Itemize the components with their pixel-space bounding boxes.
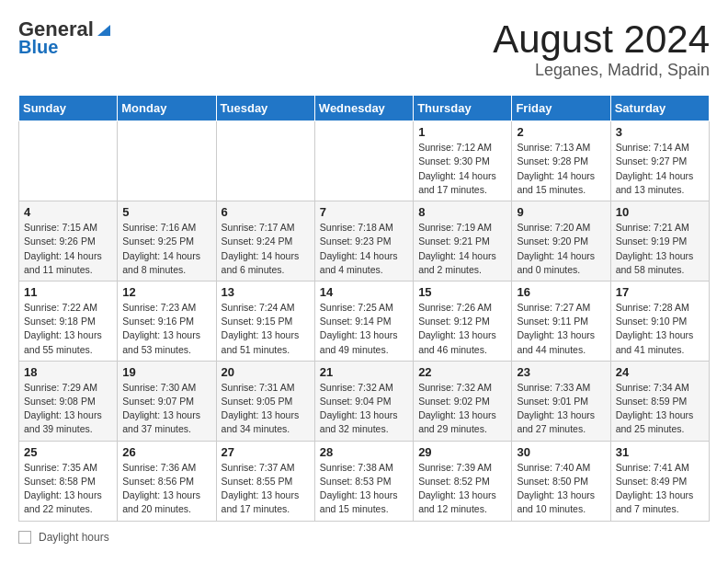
logo-text-blue: Blue bbox=[18, 37, 58, 57]
calendar-header-row: SundayMondayTuesdayWednesdayThursdayFrid… bbox=[19, 96, 710, 121]
calendar-week-row: 25Sunrise: 7:35 AMSunset: 8:58 PMDayligh… bbox=[19, 441, 710, 521]
svg-marker-0 bbox=[97, 25, 110, 36]
day-info: Sunrise: 7:39 AMSunset: 8:52 PMDaylight:… bbox=[418, 461, 506, 517]
day-info: Sunrise: 7:17 AMSunset: 9:24 PMDaylight:… bbox=[222, 221, 310, 277]
day-info: Sunrise: 7:32 AMSunset: 9:02 PMDaylight:… bbox=[418, 381, 506, 437]
calendar-cell: 4Sunrise: 7:15 AMSunset: 9:26 PMDaylight… bbox=[19, 201, 118, 282]
calendar-cell: 23Sunrise: 7:33 AMSunset: 9:01 PMDayligh… bbox=[512, 361, 610, 441]
calendar-cell bbox=[216, 121, 314, 201]
day-info: Sunrise: 7:27 AMSunset: 9:11 PMDaylight:… bbox=[517, 301, 605, 357]
calendar-cell: 31Sunrise: 7:41 AMSunset: 8:49 PMDayligh… bbox=[610, 441, 709, 521]
day-info: Sunrise: 7:36 AMSunset: 8:56 PMDaylight:… bbox=[122, 461, 210, 517]
day-number: 9 bbox=[517, 205, 605, 219]
day-of-week-header: Saturday bbox=[610, 96, 709, 121]
calendar-cell: 13Sunrise: 7:24 AMSunset: 9:15 PMDayligh… bbox=[216, 281, 314, 361]
calendar-cell: 30Sunrise: 7:40 AMSunset: 8:50 PMDayligh… bbox=[512, 441, 610, 521]
day-number: 4 bbox=[24, 205, 112, 219]
day-number: 10 bbox=[616, 205, 704, 219]
calendar-cell bbox=[19, 121, 118, 201]
calendar-week-row: 11Sunrise: 7:22 AMSunset: 9:18 PMDayligh… bbox=[19, 281, 710, 361]
day-info: Sunrise: 7:28 AMSunset: 9:10 PMDaylight:… bbox=[616, 301, 704, 357]
daylight-label: Daylight hours bbox=[39, 531, 109, 544]
subtitle: Leganes, Madrid, Spain bbox=[493, 61, 710, 80]
day-number: 28 bbox=[320, 445, 408, 459]
day-info: Sunrise: 7:15 AMSunset: 9:26 PMDaylight:… bbox=[24, 221, 112, 277]
day-number: 20 bbox=[222, 365, 310, 379]
day-info: Sunrise: 7:29 AMSunset: 9:08 PMDaylight:… bbox=[24, 381, 112, 437]
calendar-week-row: 18Sunrise: 7:29 AMSunset: 9:08 PMDayligh… bbox=[19, 361, 710, 441]
calendar-cell: 27Sunrise: 7:37 AMSunset: 8:55 PMDayligh… bbox=[216, 441, 314, 521]
day-of-week-header: Wednesday bbox=[314, 96, 413, 121]
calendar-cell: 18Sunrise: 7:29 AMSunset: 9:08 PMDayligh… bbox=[19, 361, 118, 441]
day-info: Sunrise: 7:32 AMSunset: 9:04 PMDaylight:… bbox=[320, 381, 408, 437]
calendar-week-row: 1Sunrise: 7:12 AMSunset: 9:30 PMDaylight… bbox=[19, 121, 710, 201]
day-info: Sunrise: 7:21 AMSunset: 9:19 PMDaylight:… bbox=[616, 221, 704, 277]
calendar-cell: 17Sunrise: 7:28 AMSunset: 9:10 PMDayligh… bbox=[610, 281, 709, 361]
calendar-cell: 26Sunrise: 7:36 AMSunset: 8:56 PMDayligh… bbox=[118, 441, 216, 521]
day-number: 18 bbox=[24, 365, 112, 379]
day-info: Sunrise: 7:20 AMSunset: 9:20 PMDaylight:… bbox=[517, 221, 605, 277]
footer: Daylight hours bbox=[18, 531, 710, 544]
day-number: 19 bbox=[122, 365, 210, 379]
day-number: 13 bbox=[222, 285, 310, 299]
day-info: Sunrise: 7:41 AMSunset: 8:49 PMDaylight:… bbox=[616, 461, 704, 517]
day-info: Sunrise: 7:12 AMSunset: 9:30 PMDaylight:… bbox=[418, 141, 506, 197]
day-number: 27 bbox=[222, 445, 310, 459]
day-info: Sunrise: 7:26 AMSunset: 9:12 PMDaylight:… bbox=[418, 301, 506, 357]
day-number: 5 bbox=[122, 205, 210, 219]
calendar-cell: 22Sunrise: 7:32 AMSunset: 9:02 PMDayligh… bbox=[414, 361, 512, 441]
calendar-cell: 19Sunrise: 7:30 AMSunset: 9:07 PMDayligh… bbox=[118, 361, 216, 441]
day-number: 22 bbox=[418, 365, 506, 379]
day-of-week-header: Thursday bbox=[414, 96, 512, 121]
day-info: Sunrise: 7:16 AMSunset: 9:25 PMDaylight:… bbox=[122, 221, 210, 277]
day-info: Sunrise: 7:31 AMSunset: 9:05 PMDaylight:… bbox=[222, 381, 310, 437]
calendar-cell: 8Sunrise: 7:19 AMSunset: 9:21 PMDaylight… bbox=[414, 201, 512, 282]
calendar-cell: 5Sunrise: 7:16 AMSunset: 9:25 PMDaylight… bbox=[118, 201, 216, 282]
logo-triangle-icon bbox=[96, 21, 112, 38]
calendar-cell: 28Sunrise: 7:38 AMSunset: 8:53 PMDayligh… bbox=[314, 441, 413, 521]
day-number: 24 bbox=[616, 365, 704, 379]
day-of-week-header: Monday bbox=[118, 96, 216, 121]
title-block: August 2024 Leganes, Madrid, Spain bbox=[493, 18, 710, 80]
calendar-cell: 6Sunrise: 7:17 AMSunset: 9:24 PMDaylight… bbox=[216, 201, 314, 282]
day-number: 15 bbox=[418, 285, 506, 299]
day-info: Sunrise: 7:34 AMSunset: 8:59 PMDaylight:… bbox=[616, 381, 704, 437]
daylight-box bbox=[18, 531, 31, 544]
calendar-cell: 12Sunrise: 7:23 AMSunset: 9:16 PMDayligh… bbox=[118, 281, 216, 361]
calendar-cell: 14Sunrise: 7:25 AMSunset: 9:14 PMDayligh… bbox=[314, 281, 413, 361]
calendar-cell: 1Sunrise: 7:12 AMSunset: 9:30 PMDaylight… bbox=[414, 121, 512, 201]
day-number: 14 bbox=[320, 285, 408, 299]
day-number: 30 bbox=[517, 445, 605, 459]
calendar-cell: 9Sunrise: 7:20 AMSunset: 9:20 PMDaylight… bbox=[512, 201, 610, 282]
day-info: Sunrise: 7:40 AMSunset: 8:50 PMDaylight:… bbox=[517, 461, 605, 517]
day-of-week-header: Tuesday bbox=[216, 96, 314, 121]
day-info: Sunrise: 7:25 AMSunset: 9:14 PMDaylight:… bbox=[320, 301, 408, 357]
day-number: 29 bbox=[418, 445, 506, 459]
logo: General Blue bbox=[18, 18, 112, 57]
main-title: August 2024 bbox=[493, 18, 710, 61]
calendar-cell: 21Sunrise: 7:32 AMSunset: 9:04 PMDayligh… bbox=[314, 361, 413, 441]
day-of-week-header: Friday bbox=[512, 96, 610, 121]
day-number: 7 bbox=[320, 205, 408, 219]
day-info: Sunrise: 7:24 AMSunset: 9:15 PMDaylight:… bbox=[222, 301, 310, 357]
day-info: Sunrise: 7:19 AMSunset: 9:21 PMDaylight:… bbox=[418, 221, 506, 277]
day-number: 3 bbox=[616, 125, 704, 139]
calendar-cell bbox=[118, 121, 216, 201]
calendar-cell: 16Sunrise: 7:27 AMSunset: 9:11 PMDayligh… bbox=[512, 281, 610, 361]
day-number: 23 bbox=[517, 365, 605, 379]
day-info: Sunrise: 7:18 AMSunset: 9:23 PMDaylight:… bbox=[320, 221, 408, 277]
day-number: 16 bbox=[517, 285, 605, 299]
day-info: Sunrise: 7:13 AMSunset: 9:28 PMDaylight:… bbox=[517, 141, 605, 197]
calendar-cell: 11Sunrise: 7:22 AMSunset: 9:18 PMDayligh… bbox=[19, 281, 118, 361]
day-number: 21 bbox=[320, 365, 408, 379]
day-number: 26 bbox=[122, 445, 210, 459]
calendar-cell: 7Sunrise: 7:18 AMSunset: 9:23 PMDaylight… bbox=[314, 201, 413, 282]
calendar-table: SundayMondayTuesdayWednesdayThursdayFrid… bbox=[18, 95, 710, 521]
calendar-cell: 15Sunrise: 7:26 AMSunset: 9:12 PMDayligh… bbox=[414, 281, 512, 361]
calendar-week-row: 4Sunrise: 7:15 AMSunset: 9:26 PMDaylight… bbox=[19, 201, 710, 282]
day-info: Sunrise: 7:22 AMSunset: 9:18 PMDaylight:… bbox=[24, 301, 112, 357]
calendar-cell: 24Sunrise: 7:34 AMSunset: 8:59 PMDayligh… bbox=[610, 361, 709, 441]
day-info: Sunrise: 7:37 AMSunset: 8:55 PMDaylight:… bbox=[222, 461, 310, 517]
day-info: Sunrise: 7:14 AMSunset: 9:27 PMDaylight:… bbox=[616, 141, 704, 197]
day-info: Sunrise: 7:30 AMSunset: 9:07 PMDaylight:… bbox=[122, 381, 210, 437]
